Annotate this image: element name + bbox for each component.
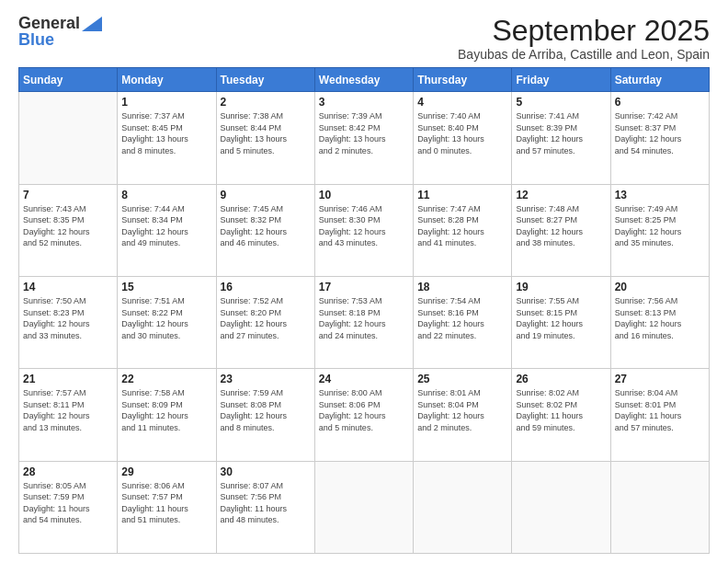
calendar-cell: 22Sunrise: 7:58 AM Sunset: 8:09 PM Dayli…: [118, 369, 216, 461]
day-number: 4: [417, 96, 507, 109]
col-monday: Monday: [118, 68, 216, 92]
calendar-cell: 7Sunrise: 7:43 AM Sunset: 8:35 PM Daylig…: [19, 184, 118, 276]
col-friday: Friday: [512, 68, 610, 92]
calendar-cell: 20Sunrise: 7:56 AM Sunset: 8:13 PM Dayli…: [610, 276, 709, 368]
day-number: 26: [516, 373, 606, 385]
page: General Blue September 2025 Bayubas de A…: [0, 0, 728, 563]
calendar-cell: 3Sunrise: 7:39 AM Sunset: 8:42 PM Daylig…: [314, 92, 413, 184]
calendar-cell: 6Sunrise: 7:42 AM Sunset: 8:37 PM Daylig…: [610, 92, 709, 184]
calendar-cell: 2Sunrise: 7:38 AM Sunset: 8:44 PM Daylig…: [216, 92, 314, 184]
col-saturday: Saturday: [610, 68, 709, 92]
calendar-header-row: Sunday Monday Tuesday Wednesday Thursday…: [19, 68, 710, 92]
day-number: 27: [615, 373, 705, 385]
day-number: 7: [23, 189, 113, 201]
day-info: Sunrise: 7:50 AM Sunset: 8:23 PM Dayligh…: [23, 295, 113, 341]
col-tuesday: Tuesday: [216, 68, 314, 92]
calendar-cell: 23Sunrise: 7:59 AM Sunset: 8:08 PM Dayli…: [216, 369, 314, 461]
calendar-week-2: 7Sunrise: 7:43 AM Sunset: 8:35 PM Daylig…: [19, 184, 710, 276]
calendar-cell: [414, 461, 512, 553]
calendar-cell: [610, 461, 709, 553]
day-info: Sunrise: 7:39 AM Sunset: 8:42 PM Dayligh…: [319, 110, 409, 156]
day-number: 23: [221, 373, 311, 385]
calendar-cell: 14Sunrise: 7:50 AM Sunset: 8:23 PM Dayli…: [19, 276, 118, 368]
day-number: 20: [615, 281, 705, 293]
day-number: 13: [615, 189, 705, 201]
day-number: 12: [516, 189, 606, 201]
day-info: Sunrise: 7:53 AM Sunset: 8:18 PM Dayligh…: [319, 295, 409, 341]
calendar-cell: 28Sunrise: 8:05 AM Sunset: 7:59 PM Dayli…: [19, 461, 118, 553]
day-number: 1: [121, 96, 211, 109]
day-number: 24: [319, 373, 409, 385]
day-number: 17: [319, 281, 409, 293]
calendar-cell: 8Sunrise: 7:44 AM Sunset: 8:34 PM Daylig…: [118, 184, 216, 276]
day-number: 18: [417, 281, 507, 293]
day-info: Sunrise: 8:05 AM Sunset: 7:59 PM Dayligh…: [23, 480, 113, 526]
day-info: Sunrise: 7:59 AM Sunset: 8:08 PM Dayligh…: [221, 387, 311, 433]
calendar-cell: 1Sunrise: 7:37 AM Sunset: 8:45 PM Daylig…: [118, 92, 216, 184]
day-number: 22: [121, 373, 211, 385]
day-info: Sunrise: 8:04 AM Sunset: 8:01 PM Dayligh…: [615, 387, 705, 433]
calendar-cell: 16Sunrise: 7:52 AM Sunset: 8:20 PM Dayli…: [216, 276, 314, 368]
day-info: Sunrise: 7:37 AM Sunset: 8:45 PM Dayligh…: [121, 110, 211, 156]
calendar-cell: 27Sunrise: 8:04 AM Sunset: 8:01 PM Dayli…: [610, 369, 709, 461]
calendar-cell: 24Sunrise: 8:00 AM Sunset: 8:06 PM Dayli…: [314, 369, 413, 461]
day-number: 3: [319, 96, 409, 109]
calendar-cell: 13Sunrise: 7:49 AM Sunset: 8:25 PM Dayli…: [610, 184, 709, 276]
day-number: 21: [23, 373, 113, 385]
calendar-cell: 29Sunrise: 8:06 AM Sunset: 7:57 PM Dayli…: [118, 461, 216, 553]
day-number: 19: [516, 281, 606, 293]
day-number: 28: [23, 465, 113, 478]
title-block: September 2025 Bayubas de Arriba, Castil…: [458, 15, 710, 62]
subtitle: Bayubas de Arriba, Castille and Leon, Sp…: [458, 47, 710, 62]
day-info: Sunrise: 8:01 AM Sunset: 8:04 PM Dayligh…: [417, 387, 507, 433]
day-info: Sunrise: 7:41 AM Sunset: 8:39 PM Dayligh…: [516, 110, 606, 156]
calendar-cell: [512, 461, 610, 553]
col-thursday: Thursday: [414, 68, 512, 92]
calendar-week-3: 14Sunrise: 7:50 AM Sunset: 8:23 PM Dayli…: [19, 276, 710, 368]
day-number: 30: [221, 465, 311, 478]
day-info: Sunrise: 7:56 AM Sunset: 8:13 PM Dayligh…: [615, 295, 705, 341]
day-info: Sunrise: 7:46 AM Sunset: 8:30 PM Dayligh…: [319, 203, 409, 249]
calendar-cell: 9Sunrise: 7:45 AM Sunset: 8:32 PM Daylig…: [216, 184, 314, 276]
calendar-cell: 17Sunrise: 7:53 AM Sunset: 8:18 PM Dayli…: [314, 276, 413, 368]
day-number: 2: [221, 96, 311, 109]
day-number: 8: [121, 189, 211, 201]
day-number: 14: [23, 281, 113, 293]
day-info: Sunrise: 7:54 AM Sunset: 8:16 PM Dayligh…: [417, 295, 507, 341]
day-number: 25: [417, 373, 507, 385]
col-wednesday: Wednesday: [314, 68, 413, 92]
day-number: 16: [221, 281, 311, 293]
logo: General Blue: [18, 15, 102, 48]
day-info: Sunrise: 7:48 AM Sunset: 8:27 PM Dayligh…: [516, 203, 606, 249]
day-number: 9: [221, 189, 311, 201]
day-number: 10: [319, 189, 409, 201]
day-info: Sunrise: 7:57 AM Sunset: 8:11 PM Dayligh…: [23, 387, 113, 433]
day-info: Sunrise: 8:06 AM Sunset: 7:57 PM Dayligh…: [121, 480, 211, 526]
month-title: September 2025: [458, 15, 710, 47]
day-info: Sunrise: 7:49 AM Sunset: 8:25 PM Dayligh…: [615, 203, 705, 249]
calendar-week-5: 28Sunrise: 8:05 AM Sunset: 7:59 PM Dayli…: [19, 461, 710, 553]
calendar-cell: 11Sunrise: 7:47 AM Sunset: 8:28 PM Dayli…: [414, 184, 512, 276]
day-info: Sunrise: 7:58 AM Sunset: 8:09 PM Dayligh…: [121, 387, 211, 433]
day-info: Sunrise: 8:00 AM Sunset: 8:06 PM Dayligh…: [319, 387, 409, 433]
calendar-cell: 30Sunrise: 8:07 AM Sunset: 7:56 PM Dayli…: [216, 461, 314, 553]
day-number: 15: [121, 281, 211, 293]
day-info: Sunrise: 7:47 AM Sunset: 8:28 PM Dayligh…: [417, 203, 507, 249]
svg-marker-0: [82, 17, 102, 31]
calendar-cell: [314, 461, 413, 553]
logo-general-text: General: [18, 15, 80, 31]
day-info: Sunrise: 8:07 AM Sunset: 7:56 PM Dayligh…: [221, 480, 311, 526]
calendar-cell: 10Sunrise: 7:46 AM Sunset: 8:30 PM Dayli…: [314, 184, 413, 276]
day-number: 11: [417, 189, 507, 201]
calendar-cell: 18Sunrise: 7:54 AM Sunset: 8:16 PM Dayli…: [414, 276, 512, 368]
day-number: 5: [516, 96, 606, 109]
day-info: Sunrise: 8:02 AM Sunset: 8:02 PM Dayligh…: [516, 387, 606, 433]
day-info: Sunrise: 7:44 AM Sunset: 8:34 PM Dayligh…: [121, 203, 211, 249]
calendar-table: Sunday Monday Tuesday Wednesday Thursday…: [18, 67, 710, 554]
day-info: Sunrise: 7:52 AM Sunset: 8:20 PM Dayligh…: [221, 295, 311, 341]
calendar-cell: 26Sunrise: 8:02 AM Sunset: 8:02 PM Dayli…: [512, 369, 610, 461]
col-sunday: Sunday: [19, 68, 118, 92]
calendar-cell: 15Sunrise: 7:51 AM Sunset: 8:22 PM Dayli…: [118, 276, 216, 368]
logo-icon: [82, 17, 102, 31]
day-info: Sunrise: 7:38 AM Sunset: 8:44 PM Dayligh…: [221, 110, 311, 156]
